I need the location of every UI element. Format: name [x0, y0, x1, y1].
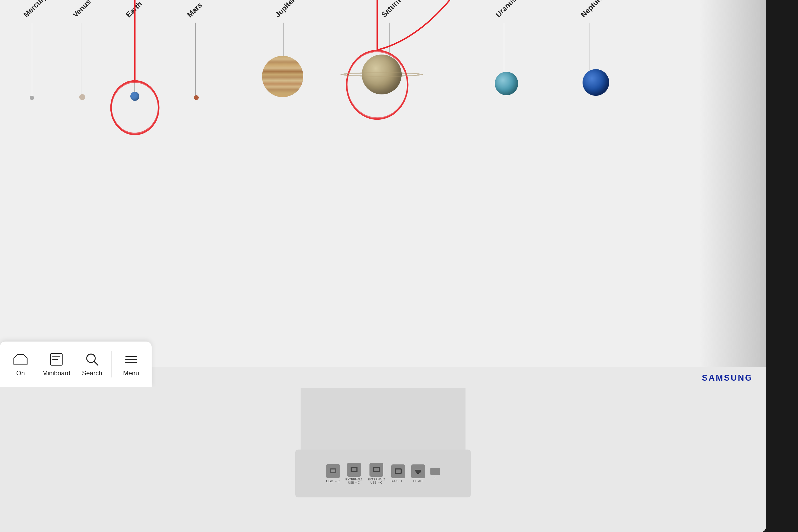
neptune-planet	[583, 69, 609, 96]
port-external2: EXTERNAL2USB ←C	[368, 463, 385, 484]
solar-system-content: Mercury Venus Earth Mars Jupiter	[0, 0, 766, 387]
port-touch1: TOUCH1 ←	[390, 464, 406, 482]
on-label: On	[16, 369, 25, 377]
toolbar-item-menu[interactable]: Menu	[113, 349, 149, 380]
miniboard-label: Miniboard	[42, 369, 70, 377]
venus-label: Venus	[71, 0, 93, 19]
external1-port-icon	[347, 463, 361, 477]
svg-point-0	[111, 81, 159, 134]
earth-line	[134, 23, 135, 97]
port-hdmi2: HDMI 2	[411, 464, 425, 482]
svg-marker-22	[415, 470, 421, 473]
external2-port-icon	[369, 463, 383, 477]
search-icon	[84, 352, 100, 367]
svg-rect-19	[374, 468, 379, 471]
toolbar-item-search[interactable]: Search	[74, 349, 110, 380]
ports-area: USB ←C EXTERNAL1USB ←C EXTERNAL2USB ←C	[295, 450, 471, 497]
monitor-frame: Mercury Venus Earth Mars Jupiter	[0, 0, 766, 532]
svg-line-10	[94, 361, 98, 365]
usb-c-label: USB ←C	[326, 479, 340, 483]
earth-planet	[130, 92, 139, 101]
svg-rect-17	[352, 468, 357, 471]
mars-planet	[194, 95, 199, 100]
venus-planet	[79, 94, 85, 100]
jupiter-label: Jupiter	[273, 0, 297, 19]
mercury-line	[32, 23, 32, 97]
touch1-label: TOUCH1 ←	[390, 479, 406, 482]
toolbar-item-miniboard[interactable]: Miniboard	[39, 349, 75, 380]
hdmi2-label: HDMI 2	[413, 479, 423, 482]
uranus-planet	[495, 72, 518, 95]
extra-port-icon	[431, 468, 440, 475]
venus-line	[81, 23, 81, 97]
power-icon	[13, 352, 28, 367]
hdmi2-port-icon	[411, 464, 425, 478]
port-usb-c: USB ←C	[326, 464, 340, 483]
mercury-label: Mercury	[22, 0, 49, 19]
port-extra: ←	[431, 468, 440, 479]
toolbar: On Miniboard Search	[0, 342, 152, 387]
miniboard-icon	[49, 352, 64, 367]
menu-label: Menu	[123, 369, 139, 377]
mars-label: Mars	[185, 1, 204, 19]
port-external1: EXTERNAL1USB ←C	[345, 463, 363, 484]
earth-label: Earth	[124, 0, 144, 19]
svg-rect-15	[331, 470, 335, 472]
saturn-label: Saturn	[380, 0, 402, 19]
touch1-port-icon	[391, 464, 405, 478]
monitor-screen: Mercury Venus Earth Mars Jupiter	[0, 0, 766, 388]
usb-c-port-icon	[326, 464, 340, 478]
toolbar-divider	[111, 351, 112, 377]
fade-gradient	[700, 0, 766, 387]
jupiter-planet	[262, 56, 303, 97]
search-label: Search	[82, 369, 102, 377]
mars-line	[195, 23, 196, 97]
mercury-planet	[30, 96, 34, 100]
menu-icon	[123, 352, 139, 367]
svg-point-1	[110, 80, 160, 135]
toolbar-item-on[interactable]: On	[3, 349, 39, 380]
uranus-label: Uranus	[494, 0, 518, 19]
extra-label: ←	[434, 476, 437, 479]
external2-label: EXTERNAL2USB ←C	[368, 478, 385, 484]
neptune-label: Neptune	[579, 0, 606, 19]
samsung-logo: SAMSUNG	[702, 373, 753, 383]
svg-rect-23	[417, 473, 419, 474]
external1-label: EXTERNAL1USB ←C	[345, 478, 363, 484]
svg-rect-21	[396, 470, 401, 473]
